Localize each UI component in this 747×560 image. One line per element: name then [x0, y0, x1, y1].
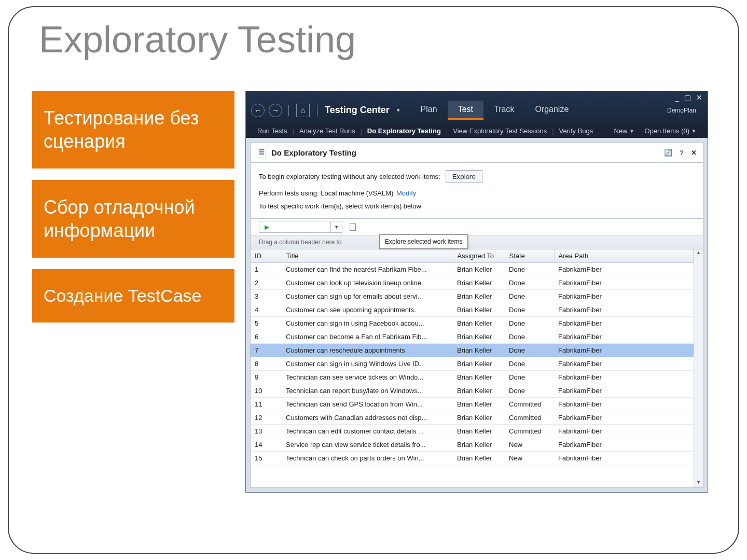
- explore-button[interactable]: Explore: [446, 170, 482, 183]
- cell-assigned: Brian Keller: [453, 411, 505, 425]
- cell-id: 5: [251, 317, 282, 330]
- modify-link[interactable]: Modify: [396, 189, 416, 197]
- cell-id: 11: [251, 398, 282, 411]
- forward-button[interactable]: →: [269, 104, 282, 117]
- cell-assigned: Brian Keller: [453, 452, 505, 465]
- minimize-button[interactable]: _: [675, 93, 679, 102]
- vertical-scrollbar[interactable]: ▴ ▾: [694, 249, 703, 487]
- cell-assigned: Brian Keller: [453, 357, 505, 371]
- cell-title: Customer can reschedule appointments.: [282, 344, 453, 357]
- maximize-button[interactable]: ▢: [684, 93, 691, 102]
- cell-assigned: Brian Keller: [453, 317, 505, 330]
- table-row[interactable]: 14Service rep can view service ticket de…: [251, 438, 694, 452]
- subnav-verify-bugs[interactable]: Verify Bugs: [554, 127, 599, 135]
- subnav-analyze[interactable]: Analyze Test Runs: [294, 127, 360, 135]
- slide-title: Exploratory Testing: [39, 18, 356, 61]
- cell-assigned: Brian Keller: [453, 276, 505, 290]
- open-items-label: Open Items (0): [644, 127, 689, 135]
- explore-work-item-button[interactable]: ▶Explore work item ▼: [259, 221, 342, 233]
- cell-title: Customer can become a Fan of Fabrikam Fi…: [282, 330, 453, 344]
- table-row[interactable]: 1Customer can find the nearest Fabrikam …: [251, 263, 694, 276]
- cell-id: 14: [251, 438, 282, 452]
- scroll-up-icon[interactable]: ▴: [694, 249, 703, 258]
- cell-id: 13: [251, 425, 282, 438]
- grid-toolbar: ▶Explore work item ▼ Open: [250, 219, 703, 235]
- cell-assigned: Brian Keller: [453, 438, 505, 452]
- table-row[interactable]: 11Technician can send GPS location from …: [251, 398, 694, 411]
- tab-organize[interactable]: Organize: [524, 101, 579, 120]
- group-by-row[interactable]: Drag a column header here to Explore sel…: [250, 235, 703, 249]
- orange-text-3: Создание TestCase: [44, 285, 223, 307]
- cell-assigned: Brian Keller: [453, 263, 505, 276]
- subnav-do-exploratory[interactable]: Do Exploratory Testing: [362, 127, 446, 135]
- col-id[interactable]: ID: [251, 249, 282, 263]
- select-items-text: To test specific work item(s), select wo…: [259, 202, 695, 210]
- cell-assigned: Brian Keller: [453, 384, 505, 398]
- tab-plan[interactable]: Plan: [410, 101, 448, 120]
- panel-close-icon[interactable]: ✕: [691, 149, 697, 157]
- col-assigned[interactable]: Assigned To: [453, 249, 505, 263]
- cell-assigned: Brian Keller: [453, 344, 505, 357]
- cell-area: FabrikamFiber: [554, 438, 694, 452]
- cell-assigned: Brian Keller: [453, 330, 505, 344]
- table-row[interactable]: 8Customer can sign in using Windows Live…: [251, 357, 694, 371]
- table-row[interactable]: 9Technician can see service tickets on W…: [251, 371, 694, 384]
- cell-id: 7: [251, 344, 282, 357]
- cell-assigned: Brian Keller: [453, 290, 505, 303]
- cell-state: Committed: [505, 411, 554, 425]
- tab-track[interactable]: Track: [483, 101, 524, 120]
- col-area[interactable]: Area Path: [554, 249, 694, 263]
- chevron-down-icon: ▼: [691, 129, 696, 134]
- subnav-run-tests[interactable]: Run Tests: [252, 127, 293, 135]
- cell-area: FabrikamFiber: [554, 263, 694, 276]
- cell-area: FabrikamFiber: [554, 411, 694, 425]
- explore-work-item-dropdown[interactable]: ▼: [331, 221, 342, 232]
- panel-title: Do Exploratory Testing: [271, 148, 356, 157]
- cell-state: Committed: [505, 398, 554, 411]
- cell-state: Done: [505, 290, 554, 303]
- work-item-grid[interactable]: ID Title Assigned To State Area Path 1Cu…: [251, 249, 694, 487]
- table-row[interactable]: 7Customer can reschedule appointments.Br…: [251, 344, 694, 357]
- app-title: Testing Center: [325, 105, 390, 116]
- window-close-button[interactable]: ✕: [696, 93, 702, 102]
- help-icon[interactable]: ?: [680, 149, 684, 157]
- app-title-dropdown-icon[interactable]: ▼: [396, 107, 401, 113]
- cell-state: Done: [505, 317, 554, 330]
- new-dropdown[interactable]: New▼: [608, 127, 639, 135]
- cell-title: Customer can sign up for emails about se…: [282, 290, 453, 303]
- table-row[interactable]: 2Customer can look up television lineup …: [251, 276, 694, 290]
- table-row[interactable]: 12Customers with Canadian addresses not …: [251, 411, 694, 425]
- cell-area: FabrikamFiber: [554, 344, 694, 357]
- table-row[interactable]: 6Customer can become a Fan of Fabrikam F…: [251, 330, 694, 344]
- open-items-dropdown[interactable]: Open Items (0)▼: [639, 127, 701, 135]
- cell-state: Done: [505, 344, 554, 357]
- refresh-icon[interactable]: 🔄: [664, 149, 672, 157]
- scroll-down-icon[interactable]: ▾: [694, 479, 703, 487]
- col-title[interactable]: Title: [282, 249, 453, 263]
- cell-area: FabrikamFiber: [554, 357, 694, 371]
- cell-state: Committed: [505, 425, 554, 438]
- cell-state: Done: [505, 384, 554, 398]
- table-row[interactable]: 10Technician can report busy/late on Win…: [251, 384, 694, 398]
- cell-title: Technician can report busy/late on Windo…: [282, 384, 453, 398]
- document-area: Do Exploratory Testing 🔄 ? ✕ To begin ex…: [246, 138, 708, 492]
- cell-assigned: Brian Keller: [453, 425, 505, 438]
- home-button[interactable]: ⌂: [296, 104, 310, 117]
- cell-id: 10: [251, 384, 282, 398]
- table-row[interactable]: 5Customer can sign in using Facebook acc…: [251, 317, 694, 330]
- subnav-view-sessions[interactable]: View Exploratory Test Sessions: [448, 127, 552, 135]
- table-row[interactable]: 13Technican can edit customer contact de…: [251, 425, 694, 438]
- cell-state: New: [505, 438, 554, 452]
- plan-name[interactable]: DemoPlan: [667, 107, 702, 114]
- tab-test[interactable]: Test: [448, 101, 483, 120]
- back-button[interactable]: ←: [251, 104, 265, 117]
- table-row[interactable]: 15Technican can check on parts orders on…: [251, 452, 694, 465]
- cell-title: Customer can see upcoming appointments.: [282, 303, 453, 317]
- open-button[interactable]: Open: [345, 221, 379, 232]
- cell-state: Done: [505, 371, 554, 384]
- chevron-down-icon: ▼: [629, 129, 634, 134]
- table-row[interactable]: 3Customer can sign up for emails about s…: [251, 290, 694, 303]
- table-row[interactable]: 4Customer can see upcoming appointments.…: [251, 303, 694, 317]
- cell-title: Technician can see service tickets on Wi…: [282, 371, 453, 384]
- col-state[interactable]: State: [505, 249, 554, 263]
